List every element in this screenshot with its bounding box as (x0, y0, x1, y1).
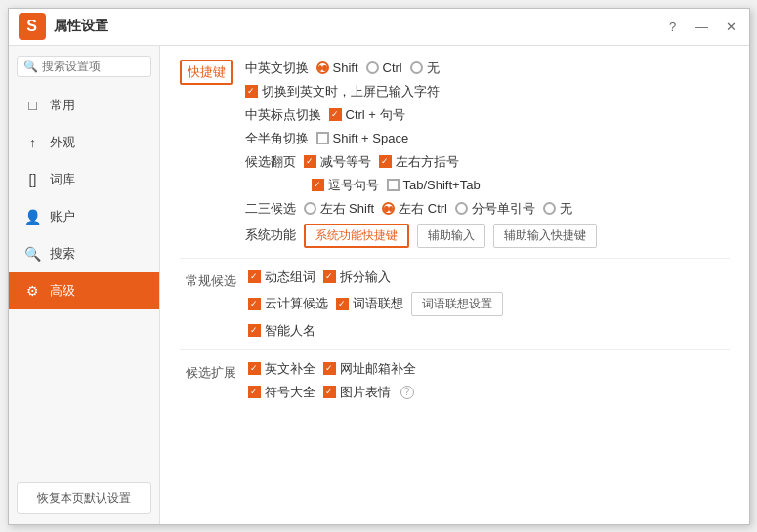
shortcut-section: 快捷键 中英文切换 Shift Ctrl (180, 60, 730, 248)
minimize-button[interactable]: — (694, 19, 710, 34)
radio-shift-circle (316, 61, 329, 74)
cb-english-complete[interactable]: ✓ 英文补全 (248, 360, 315, 378)
cb-word-assoc[interactable]: ✓ 词语联想 (336, 295, 403, 312)
sidebar-item-lexicon[interactable]: [] 词库 (9, 161, 159, 198)
regular-candidate-row3: ✓ 智能人名 (248, 322, 730, 340)
reset-button[interactable]: 恢复本页默认设置 (17, 482, 151, 514)
radio-lr-ctrl[interactable]: 左右 Ctrl (382, 200, 447, 218)
system-function-label: 系统功能 (245, 226, 296, 244)
lexicon-icon: [] (24, 172, 42, 187)
candidate-comma-period[interactable]: ✓ 逗号句号 (312, 177, 379, 194)
sidebar-item-account[interactable]: 👤 账户 (9, 198, 159, 235)
regular-candidate-row2: ✓ 云计算候选 ✓ 词语联想 词语联想设置 (248, 292, 730, 316)
main-window: S 属性设置 ? — ✕ 🔍 □ 常用 ↑ 外观 (8, 8, 750, 525)
cb-emoji-label: 图片表情 (340, 384, 391, 401)
divider-2 (180, 349, 730, 350)
search-nav-icon: 🔍 (24, 246, 42, 262)
appearance-icon: ↑ (24, 135, 42, 150)
radio-none2-label: 无 (560, 200, 572, 218)
account-icon: 👤 (24, 209, 42, 225)
search-icon: 🔍 (23, 60, 38, 73)
cn-en-switch-label: 中英文切换 (245, 60, 309, 77)
radio-ctrl[interactable]: Ctrl (366, 61, 402, 75)
sidebar-item-advanced[interactable]: ⚙ 高级 (9, 272, 159, 309)
candidate-expand-row2: ✓ 符号大全 ✓ 图片表情 ? (248, 384, 730, 401)
cb-minus-equals: ✓ (304, 155, 316, 168)
cb-comma-period: ✓ (312, 179, 324, 191)
titlebar-left: S 属性设置 (19, 13, 108, 40)
word-assoc-settings-btn[interactable]: 词语联想设置 (411, 292, 503, 316)
cb-emoji[interactable]: ✓ 图片表情 (323, 384, 391, 401)
search-input[interactable] (42, 60, 145, 73)
cb-english-complete-box: ✓ (248, 362, 261, 375)
candidate-tab[interactable]: Tab/Shift+Tab (387, 178, 481, 192)
check-mark-2: ✓ (331, 110, 339, 119)
cb-emoji-box: ✓ (323, 386, 336, 398)
regular-candidate-content: ✓ 动态组词 ✓ 拆分输入 ✓ 云计算候选 (248, 268, 730, 340)
radio-lr-shift[interactable]: 左右 Shift (304, 200, 375, 218)
cb-symbol[interactable]: ✓ 符号大全 (248, 384, 315, 401)
help-button[interactable]: ? (665, 19, 681, 34)
cb-split-input-label: 拆分输入 (340, 268, 391, 286)
system-function-row: 系统功能 系统功能快捷键 辅助输入 辅助输入快捷键 (245, 224, 730, 248)
sidebar-item-appearance[interactable]: ↑ 外观 (9, 124, 159, 161)
punct-switch-box: ✓ (329, 108, 342, 121)
window-body: 🔍 □ 常用 ↑ 外观 [] 词库 👤 账户 (9, 46, 749, 524)
radio-lr-ctrl-circle (382, 202, 395, 215)
switch-on-english-checkbox[interactable]: ✓ 切换到英文时，上屏已输入字符 (245, 83, 440, 101)
assist-input-shortcut-btn[interactable]: 辅助输入快捷键 (493, 224, 597, 248)
app-logo: S (19, 13, 46, 40)
emoji-help-icon[interactable]: ? (400, 386, 414, 399)
radio-semicolon-circle (455, 202, 468, 215)
punct-switch-row: 中英标点切换 ✓ Ctrl + 句号 (245, 106, 730, 124)
candidate-page-row2: ✓ 逗号句号 Tab/Shift+Tab (245, 177, 730, 194)
radio-none2[interactable]: 无 (543, 200, 572, 218)
cb-tab-label: Tab/Shift+Tab (403, 178, 481, 192)
radio-none[interactable]: 无 (410, 60, 440, 77)
assist-input-btn[interactable]: 辅助输入 (417, 224, 485, 248)
cb-dynamic-word-label: 动态组词 (265, 268, 315, 286)
sidebar-item-search[interactable]: 🔍 搜索 (9, 235, 159, 272)
radio-none2-circle (543, 202, 556, 215)
fullhalf-switch-label: 全半角切换 (245, 130, 309, 147)
fullhalf-switch-row: 全半角切换 Shift + Space (245, 130, 730, 147)
sidebar-item-account-label: 账户 (50, 208, 75, 225)
candidate-minus-equals[interactable]: ✓ 减号等号 (304, 153, 371, 171)
fullhalf-switch-checkbox[interactable]: Shift + Space (316, 131, 409, 145)
candidate-expand-row1: ✓ 英文补全 ✓ 网址邮箱补全 (248, 360, 730, 378)
candidate-expand-label: 候选扩展 (180, 360, 248, 382)
cb-dynamic-word[interactable]: ✓ 动态组词 (248, 268, 315, 286)
cb-minus-equals-label: 减号等号 (320, 153, 371, 171)
regular-candidate-label: 常规候选 (180, 268, 248, 290)
radio-semicolon[interactable]: 分号单引号 (455, 200, 535, 218)
candidate-brackets[interactable]: ✓ 左右方括号 (379, 153, 459, 171)
radio-lr-ctrl-label: 左右 Ctrl (399, 200, 447, 218)
radio-shift[interactable]: Shift (316, 61, 358, 75)
punct-switch-checkbox[interactable]: ✓ Ctrl + 句号 (329, 106, 405, 124)
candidate-page-row: 候选翻页 ✓ 减号等号 ✓ 左右方括号 (245, 153, 730, 171)
fullhalf-switch-value: Shift + Space (333, 131, 409, 145)
punct-switch-label: 中英标点切换 (245, 106, 321, 124)
radio-lr-shift-circle (304, 202, 316, 215)
cb-split-input[interactable]: ✓ 拆分输入 (323, 268, 391, 286)
close-button[interactable]: ✕ (724, 19, 739, 34)
candidate-page-label: 候选翻页 (245, 153, 296, 171)
cb-cloud-calc[interactable]: ✓ 云计算候选 (248, 295, 328, 312)
radio-none-circle (410, 61, 423, 74)
cn-en-switch-row: 中英文切换 Shift Ctrl 无 (245, 60, 730, 77)
sidebar-item-search-label: 搜索 (50, 245, 75, 263)
sidebar-item-general[interactable]: □ 常用 (9, 87, 159, 124)
sidebar: 🔍 □ 常用 ↑ 外观 [] 词库 👤 账户 (9, 46, 160, 524)
sidebar-item-appearance-label: 外观 (50, 134, 75, 151)
window-title: 属性设置 (54, 18, 108, 35)
sys-function-shortcut-btn[interactable]: 系统功能快捷键 (304, 224, 409, 248)
cb-symbol-label: 符号大全 (265, 384, 315, 401)
cb-smart-name-box: ✓ (248, 324, 261, 337)
search-box[interactable]: 🔍 (17, 56, 151, 77)
cb-smart-name-label: 智能人名 (265, 322, 315, 340)
titlebar-controls: ? — ✕ (665, 19, 739, 34)
main-content: 快捷键 中英文切换 Shift Ctrl (160, 46, 749, 524)
cb-smart-name[interactable]: ✓ 智能人名 (248, 322, 315, 340)
sidebar-item-general-label: 常用 (50, 97, 75, 114)
cb-email-complete[interactable]: ✓ 网址邮箱补全 (323, 360, 416, 378)
